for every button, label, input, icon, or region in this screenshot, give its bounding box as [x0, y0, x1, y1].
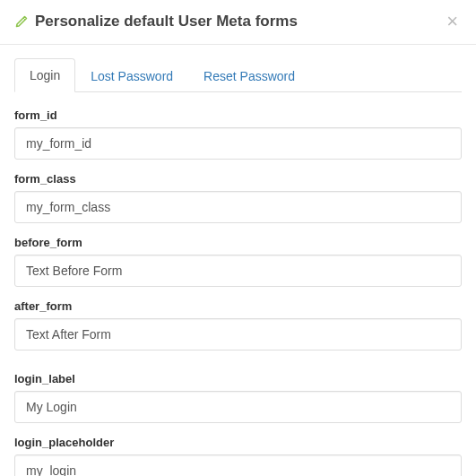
modal-body: Login Lost Password Reset Password form_… — [0, 45, 476, 476]
label-form-id: form_id — [14, 108, 462, 122]
field-login-label: login_label — [14, 372, 462, 423]
input-form-id[interactable] — [14, 127, 462, 160]
tab-login[interactable]: Login — [14, 58, 75, 92]
tab-reset-password[interactable]: Reset Password — [188, 59, 310, 92]
page-title: Personalize default User Meta forms — [35, 13, 298, 30]
close-icon: × — [446, 10, 458, 32]
field-form-class: form_class — [14, 172, 462, 223]
field-login-placeholder: login_placeholder — [14, 436, 462, 476]
input-after-form[interactable] — [14, 318, 462, 351]
label-login-placeholder: login_placeholder — [14, 436, 462, 449]
field-before-form: before_form — [14, 236, 462, 287]
input-login-label[interactable] — [14, 391, 462, 423]
label-login-label: login_label — [14, 372, 462, 385]
label-form-class: form_class — [14, 172, 462, 186]
tab-lost-password[interactable]: Lost Password — [75, 59, 188, 92]
modal-header: Personalize default User Meta forms × — [0, 0, 476, 45]
label-after-form: after_form — [14, 299, 462, 313]
input-login-placeholder[interactable] — [14, 454, 462, 476]
input-form-class[interactable] — [14, 191, 462, 223]
label-before-form: before_form — [14, 236, 462, 249]
modal-title-wrap: Personalize default User Meta forms — [14, 13, 298, 30]
close-button[interactable]: × — [443, 12, 462, 31]
input-before-form[interactable] — [14, 255, 462, 287]
field-after-form: after_form — [14, 299, 462, 351]
edit-icon — [14, 14, 29, 29]
tabs: Login Lost Password Reset Password — [14, 57, 462, 92]
field-form-id: form_id — [14, 108, 462, 160]
